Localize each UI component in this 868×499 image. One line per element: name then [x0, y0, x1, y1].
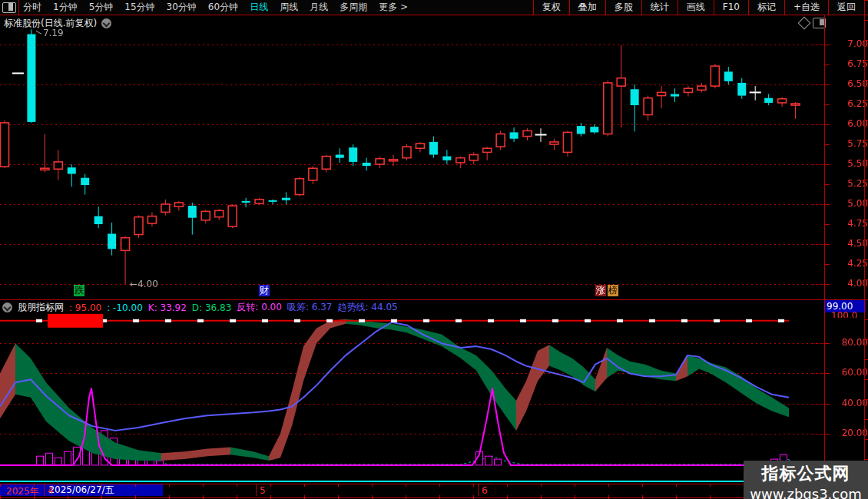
tool-button-5[interactable]: 画线 — [678, 0, 714, 15]
toolbar-item-8[interactable]: 周线 — [280, 1, 298, 14]
toolbar-item-3[interactable]: 5分钟 — [89, 1, 114, 14]
indicator-axis-label: 80.00 — [833, 337, 868, 348]
tool-button-6[interactable]: F10 — [714, 0, 748, 15]
right-scroll-strip[interactable] — [864, 0, 868, 499]
window-split-icon[interactable] — [2, 2, 16, 13]
price-axis-label: 4.00 — [833, 278, 868, 289]
grid-stub — [813, 204, 824, 205]
watermark: 指标公式网 www.zbgs3.com — [744, 461, 868, 499]
tool-button-3[interactable]: 多股 — [605, 0, 641, 15]
toolbar-item-9[interactable]: 月线 — [310, 1, 328, 14]
app-window: 分时1分钟5分钟15分钟30分钟60分钟日线周线月线多周期更多 > 复权叠加多股… — [0, 0, 868, 499]
price-axis-tick — [825, 45, 830, 45]
year-label: 2025年 — [6, 485, 39, 498]
price-axis-label: 5.00 — [833, 198, 868, 209]
indicator-axis-tick — [825, 343, 830, 344]
price-axis-label: 4.75 — [833, 218, 868, 229]
price-axis-tick — [825, 184, 830, 185]
tool-button-2[interactable]: 叠加 — [569, 0, 605, 15]
toolbar-item-6[interactable]: 60分钟 — [208, 1, 238, 14]
chart-marker-跌: 跌 — [74, 285, 84, 296]
price-axis-label: 4.25 — [833, 258, 868, 269]
price-axis-tick — [825, 204, 830, 205]
price-axis: 7.006.756.506.256.005.755.505.255.004.75… — [825, 15, 864, 299]
month-label: 4 — [48, 485, 54, 496]
grid-stub — [813, 244, 824, 245]
price-axis-label: 6.25 — [833, 98, 868, 109]
indicator-axis-label: 20.00 — [833, 428, 868, 438]
grid-stub — [813, 124, 824, 125]
grid-stub — [813, 284, 824, 285]
month-divider — [478, 484, 479, 496]
candlestick-chart[interactable] — [0, 15, 824, 300]
tools-menu: 复权叠加多股统计画线F10标记+自选返回 — [533, 0, 865, 15]
grid-stub — [813, 84, 824, 85]
price-axis-tick — [825, 224, 830, 225]
rank-badge-char-2: 榜 — [608, 285, 618, 296]
toolbar-item-5[interactable]: 30分钟 — [167, 1, 197, 14]
price-axis-label: 6.75 — [833, 58, 868, 69]
toolbar-item-10[interactable]: 多周期 — [340, 1, 367, 14]
tool-button-1[interactable]: 复权 — [533, 0, 569, 15]
price-axis-tick — [825, 144, 830, 145]
grid-stub — [813, 45, 824, 45]
tool-button-9[interactable]: 返回 — [828, 0, 864, 15]
price-axis-label: 5.25 — [833, 178, 868, 189]
indicator-axis-label: 60.00 — [833, 367, 868, 378]
price-axis-tick — [825, 264, 830, 265]
toolbar-item-11[interactable]: 更多 > — [379, 1, 408, 14]
price-axis-tick — [825, 64, 830, 65]
watermark-title: 指标公式网 — [744, 462, 868, 485]
indicator-axis-tick — [825, 434, 830, 435]
price-axis-label: 5.50 — [833, 158, 868, 169]
indicator-axis-tick — [825, 404, 830, 405]
indicator-axis-label: 40.00 — [833, 398, 868, 408]
month-divider — [44, 484, 45, 496]
month-divider — [256, 484, 257, 496]
toolbar-item-1[interactable]: 分时 — [23, 1, 41, 14]
price-axis-tick — [825, 164, 830, 165]
chart-marker-财: 财 — [259, 285, 270, 296]
price-axis-label: 6.00 — [833, 118, 868, 129]
price-axis-tick — [825, 244, 830, 245]
tool-button-8[interactable]: +自选 — [784, 0, 828, 15]
date-ticks-top — [0, 484, 824, 487]
price-axis-label: 6.50 — [833, 78, 868, 89]
toolbar-item-2[interactable]: 1分钟 — [53, 1, 78, 14]
grid-stub — [813, 343, 824, 344]
rank-badge-char-1: 涨 — [595, 285, 606, 296]
price-axis-label: 7.00 — [833, 38, 868, 49]
month-label: 6 — [482, 485, 488, 496]
indicator-axis: 80.0060.0040.0020.00 — [825, 300, 864, 481]
indicator-chart[interactable] — [0, 300, 824, 481]
grid-stub — [813, 404, 824, 405]
price-axis-tick — [825, 84, 830, 85]
price-axis-label: 5.75 — [833, 138, 868, 149]
price-axis-label: 4.50 — [833, 238, 868, 249]
grid-stub — [813, 434, 824, 435]
tool-button-4[interactable]: 统计 — [641, 0, 678, 15]
grid-stub — [813, 164, 824, 165]
grid-stub — [813, 373, 824, 374]
watermark-url: www.zbgs3.com — [744, 486, 868, 499]
price-axis-tick — [825, 124, 830, 125]
toolbar-divider — [18, 0, 19, 15]
timeframe-menu: 分时1分钟5分钟15分钟30分钟60分钟日线周线月线多周期更多 > — [23, 0, 408, 15]
tool-button-7[interactable]: 标记 — [748, 0, 784, 15]
month-label: 5 — [260, 485, 266, 496]
panel-bottom-line — [0, 481, 824, 482]
price-axis-tick — [825, 284, 830, 285]
toolbar-item-4[interactable]: 15分钟 — [124, 1, 154, 14]
price-axis-tick — [825, 104, 830, 105]
indicator-axis-tick — [825, 373, 830, 374]
toolbar-item-7[interactable]: 日线 — [250, 1, 268, 14]
date-axis: 2025年 456 2025/06/27/五 — [0, 484, 868, 498]
